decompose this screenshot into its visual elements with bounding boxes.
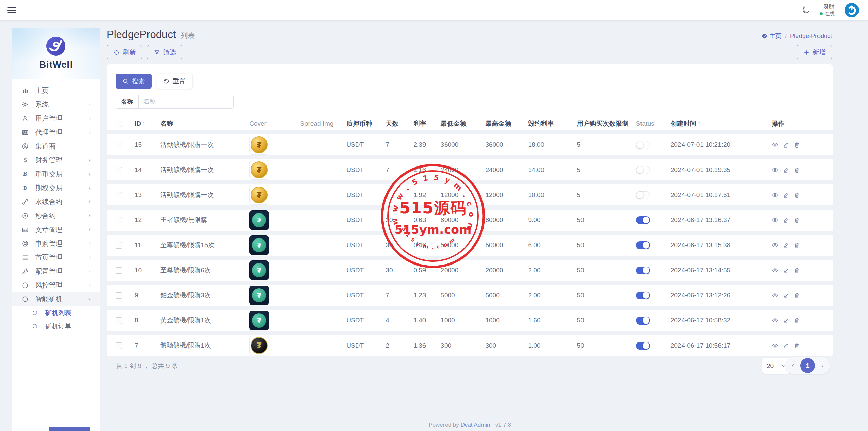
row-checkbox[interactable] [116,267,122,274]
breadcrumb-separator: / [785,33,787,40]
cover-image[interactable]: ₮ [249,311,269,330]
filter-button[interactable]: 筛选 [147,45,182,59]
sidebar-item[interactable]: 主页 [12,84,100,98]
sidebar-item[interactable]: 智能矿机 [12,292,100,306]
row-checkbox[interactable] [116,167,122,173]
status-toggle[interactable] [636,292,650,299]
edit-icon[interactable] [783,292,789,299]
sidebar-item[interactable]: 系统 [12,98,100,112]
dcat-admin-link[interactable]: Dcat Admin [461,422,490,428]
row-checkbox[interactable] [116,217,122,223]
status-toggle[interactable] [636,191,650,199]
row-checkbox[interactable] [116,192,122,198]
edit-icon[interactable] [783,142,789,148]
status-toggle[interactable] [636,241,650,249]
row-checkbox[interactable] [116,292,122,299]
breadcrumb-home-link[interactable]: 主页 [762,32,782,40]
cover-image[interactable]: ₮ [249,135,269,155]
cover-image[interactable]: ₮ [249,185,269,205]
cell-created-at: 2024-06-17 10:56:17 [669,333,770,357]
status-toggle[interactable] [636,317,650,325]
refresh-button[interactable]: 刷新 [107,45,142,59]
view-icon[interactable] [772,192,778,198]
avatar[interactable] [844,3,859,18]
edit-icon[interactable] [783,167,789,173]
delete-icon[interactable] [794,242,800,249]
status-toggle[interactable] [636,141,650,149]
column-header: 名称 [159,117,248,132]
row-checkbox[interactable] [116,317,122,324]
sidebar-item[interactable]: 代理管理 [12,125,100,139]
dark-mode-icon[interactable] [801,6,810,15]
edit-icon[interactable] [783,317,789,324]
cover-image[interactable]: ₮ [249,260,269,280]
sidebar-subitem[interactable]: 矿机订单 [12,319,100,333]
cell-rate: 1.40 [412,308,439,333]
view-icon[interactable] [772,292,778,299]
current-page-button[interactable]: 1 [800,358,815,373]
row-checkbox[interactable] [116,242,122,249]
edit-icon[interactable] [783,217,789,223]
search-reset-button[interactable]: 重置 [156,74,192,89]
edit-icon[interactable] [783,192,789,198]
status-toggle[interactable] [636,267,650,274]
edit-icon[interactable] [783,242,789,249]
sidebar-item[interactable]: 永续合约 [12,195,100,209]
name-filter-input[interactable] [139,95,233,108]
delete-icon[interactable] [794,192,800,198]
view-icon[interactable] [772,342,778,349]
delete-icon[interactable] [794,292,800,299]
next-page-button[interactable] [818,363,827,369]
sidebar-item[interactable]: B期权交易 [12,181,100,195]
view-icon[interactable] [772,217,778,223]
status-toggle[interactable] [636,342,650,350]
sidebar-item[interactable]: 配置管理 [12,265,100,278]
edit-icon[interactable] [783,342,789,349]
table-row: 13活動礦機/限購一次₮USDT71.92120001200010.005202… [107,182,833,208]
sidebar-item[interactable]: 首页管理 [12,251,100,265]
cover-image[interactable]: ₮ [249,160,269,180]
view-icon[interactable] [772,242,778,249]
view-icon[interactable] [772,141,778,148]
add-button[interactable]: 新增 [797,45,832,59]
user-menu[interactable]: 發財 在线 [820,3,835,17]
prev-page-button[interactable] [789,363,797,369]
delete-icon[interactable] [794,317,800,324]
delete-icon[interactable] [794,342,800,349]
cell-days: 7 [384,182,412,208]
select-all-checkbox[interactable] [116,121,122,127]
dollar-icon [22,157,30,164]
delete-icon[interactable] [794,142,800,148]
sidebar-item[interactable]: 渠道商 [12,139,100,153]
delete-icon[interactable] [794,167,800,173]
cell-name: 體驗礦機/限購1次 [159,333,248,357]
delete-icon[interactable] [794,267,800,274]
cover-image[interactable]: ₮ [249,210,269,230]
cover-image[interactable]: ₮ [249,235,269,255]
sidebar-item[interactable]: B币币交易 [12,167,100,181]
edit-icon[interactable] [783,267,789,274]
sidebar-item[interactable]: 财务管理 [12,153,100,167]
view-icon[interactable] [772,267,778,274]
column-header[interactable]: ID↑ [133,117,159,132]
cover-image[interactable]: ₮ [249,336,269,355]
sidebar-item[interactable]: 申购管理 [12,237,100,251]
cover-image[interactable]: ₮ [249,286,269,305]
sidebar-item[interactable]: 秒合约 [12,209,100,223]
view-icon[interactable] [772,166,778,173]
search-submit-button[interactable]: 搜索 [116,74,152,89]
sidebar-toggle-icon[interactable] [7,6,16,14]
delete-icon[interactable] [794,217,800,223]
status-toggle[interactable] [636,166,650,174]
sidebar-item[interactable]: 文章管理 [12,223,100,237]
sidebar-item[interactable]: 用户管理 [12,112,100,125]
sidebar-subitem[interactable]: 矿机列表 [12,306,100,319]
row-checkbox[interactable] [116,142,122,148]
sidebar-item[interactable]: 风控管理 [12,278,100,292]
status-toggle[interactable] [636,216,650,224]
row-checkbox[interactable] [116,342,122,349]
cell-spread-img [299,258,345,283]
view-icon[interactable] [772,317,778,324]
column-header[interactable]: 创建时间↑ [669,117,770,132]
page-size-value: 20 [767,362,774,370]
